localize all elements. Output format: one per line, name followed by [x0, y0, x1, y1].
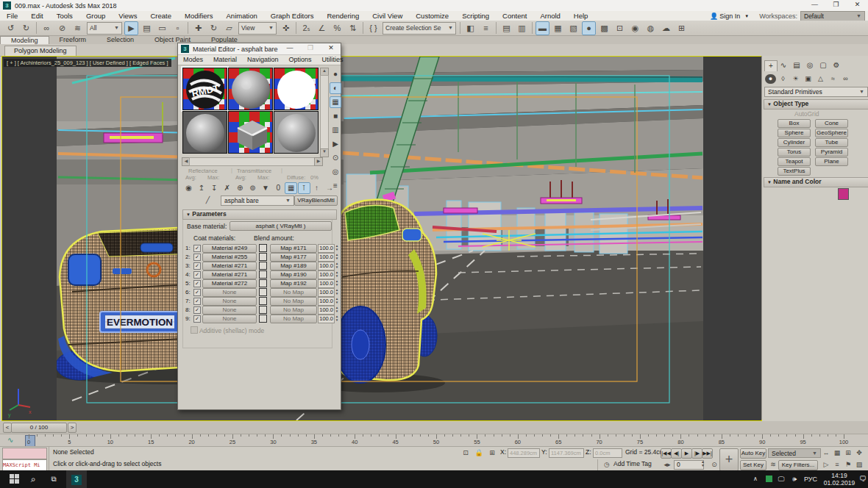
object-button-sphere[interactable]: Sphere — [778, 129, 811, 137]
object-color-swatch[interactable] — [838, 188, 849, 200]
notification-center-icon[interactable]: 🗨 — [853, 470, 868, 488]
object-button-teapot[interactable]: Teapot — [778, 157, 811, 166]
blend-amount-field[interactable]: 100.0 — [318, 244, 335, 253]
grid-layout-icon[interactable]: ⊞ — [843, 448, 853, 457]
tray-expand-icon[interactable]: ∧ — [750, 470, 761, 488]
cat-cameras[interactable]: ▣ — [803, 74, 814, 84]
material-id-channel-icon[interactable]: 0 — [272, 182, 285, 194]
blend-map-button[interactable]: Map #192 — [270, 279, 317, 288]
material-editor-options-icon[interactable]: ⊙ — [330, 152, 341, 164]
name-color-rollout[interactable]: ▼ Name and Color — [764, 177, 868, 187]
blend-amount-field[interactable]: 100.0 — [318, 279, 335, 288]
key-mode-toggle-icon[interactable]: ⊙ — [709, 460, 719, 469]
x-coordinate-field[interactable]: 448.289cm — [508, 448, 540, 458]
coat-enable-checkbox[interactable]: ✓ — [193, 280, 201, 287]
coat-material-button[interactable]: Material #249 — [202, 244, 257, 253]
cat-shapes[interactable]: ◊ — [778, 74, 789, 84]
select-by-name-icon[interactable]: ▤ — [140, 21, 154, 35]
ribbon-toggle-icon[interactable]: ▬ — [536, 21, 549, 35]
material-slot-gray-sphere-light[interactable] — [274, 111, 319, 154]
coat-blend-checkbox[interactable] — [259, 244, 267, 252]
blend-amount-spinner[interactable]: ▲▼ — [335, 253, 339, 260]
sample-type-icon[interactable]: ● — [330, 68, 341, 80]
selection-lock-toggle[interactable]: 🔒 — [474, 448, 484, 457]
frame-step-icon[interactable]: ◂▸ — [662, 460, 672, 469]
task-view-button[interactable]: ⧉ — [44, 470, 63, 488]
rendered-frame-window-icon[interactable]: ⊡ — [613, 21, 627, 35]
blend-amount-spinner[interactable]: ▲▼ — [335, 262, 339, 269]
mini-curve-layout-icon[interactable]: ▦ — [832, 448, 842, 457]
coat-material-button[interactable]: Material #255 — [202, 253, 257, 262]
material-editor-titlebar[interactable]: 3 Material Editor - asphalt bare — ❐ ✕ — [178, 43, 341, 55]
go-to-end-button[interactable]: ▶▶| — [702, 448, 713, 459]
blend-amount-field[interactable]: 100.0 — [318, 270, 335, 279]
render-in-cloud-icon[interactable]: ☁ — [659, 21, 673, 35]
previous-frame-button[interactable]: ◀| — [671, 448, 682, 459]
list-icon[interactable]: ≡ — [832, 460, 842, 469]
coat-enable-checkbox[interactable]: ✓ — [193, 315, 201, 323]
blend-amount-spinner[interactable]: ▲▼ — [335, 315, 339, 322]
angle-snap-icon[interactable]: ∠ — [315, 21, 329, 35]
get-material-icon[interactable]: ◉ — [182, 182, 195, 194]
layer-manager-icon[interactable]: ▤ — [499, 21, 513, 35]
key-selection-dropdown[interactable]: Selected▼ — [768, 448, 821, 458]
go-forward-to-sibling-icon[interactable]: → — [323, 182, 335, 194]
minimize-button[interactable]: — — [804, 0, 825, 11]
slots-scroll-right[interactable]: ▶ — [314, 157, 323, 166]
menu-create[interactable]: Create — [143, 11, 178, 21]
make-material-copy-icon[interactable]: ⊕ — [234, 182, 246, 194]
blend-amount-field[interactable]: 100.0 — [318, 297, 335, 306]
menu-customize[interactable]: Customize — [409, 11, 455, 21]
object-button-textplus[interactable]: TextPlus — [778, 167, 811, 176]
select-and-link-icon[interactable]: ∞ — [40, 21, 54, 35]
coat-blend-checkbox[interactable] — [259, 288, 267, 296]
snaps-toggle-icon[interactable]: 2ₛ — [299, 21, 313, 35]
blend-map-button[interactable]: No Map — [270, 306, 317, 315]
me-menu-utilities[interactable]: Utilities — [317, 55, 349, 65]
coat-material-button[interactable]: Material #272 — [202, 279, 257, 288]
cat-systems[interactable]: ∞ — [840, 74, 851, 84]
y-coordinate-field[interactable]: 1147.369cm — [549, 448, 584, 458]
blend-amount-spinner[interactable]: ▲▼ — [335, 288, 339, 295]
coat-enable-checkbox[interactable]: ✓ — [193, 254, 201, 261]
network-icon[interactable]: 🖵 — [775, 470, 787, 488]
blend-map-button[interactable]: No Map — [270, 288, 317, 297]
object-type-rollout[interactable]: ▼ Object Type — [764, 99, 868, 110]
selection-filter-dropdown[interactable]: All▼ — [87, 22, 122, 35]
blend-map-button[interactable]: No Map — [270, 315, 317, 323]
parameters-rollout[interactable]: ▼ Parameters — [182, 209, 337, 220]
me-close-button[interactable]: ✕ — [323, 43, 339, 54]
blend-amount-spinner[interactable]: ▲▼ — [335, 270, 339, 278]
coat-material-button[interactable]: Material #271 — [202, 270, 257, 279]
material-slot-white-flat-sphere[interactable] — [274, 68, 319, 110]
object-button-cylinder[interactable]: Cylinder — [778, 138, 811, 147]
menu-arnold[interactable]: Arnold — [533, 11, 566, 21]
tab-polygon-modeling[interactable]: Polygon Modeling — [4, 46, 77, 56]
menu-civil-view[interactable]: Civil View — [366, 11, 409, 21]
menu-views[interactable]: Views — [112, 11, 143, 21]
material-slot-gray-bump-sphere[interactable] — [228, 68, 273, 110]
coat-blend-checkbox[interactable] — [259, 253, 267, 261]
slots-scrollbar[interactable] — [320, 75, 329, 150]
window-crossing-icon[interactable]: ▫ — [171, 21, 185, 35]
cat-lights[interactable]: ☀ — [790, 74, 801, 84]
play-button[interactable]: ▶ — [681, 448, 692, 459]
reset-map-icon[interactable]: ✗ — [221, 182, 233, 194]
rectangular-selection-region-icon[interactable]: ▭ — [155, 21, 169, 35]
coat-material-button[interactable]: Material #271 — [202, 262, 257, 270]
sample-uv-tiling-icon[interactable]: ■ — [330, 110, 341, 122]
put-to-library-icon[interactable]: ▼ — [259, 182, 271, 194]
cat-helpers[interactable]: △ — [815, 74, 826, 84]
coat-material-button[interactable]: None — [202, 288, 257, 297]
blend-map-button[interactable]: Map #171 — [270, 244, 317, 253]
object-button-pyramid[interactable]: Pyramid — [815, 148, 848, 157]
menu-modifiers[interactable]: Modifiers — [178, 11, 220, 21]
isolate-selection-toggle[interactable]: ⊡ — [460, 448, 471, 457]
coat-blend-checkbox[interactable] — [259, 315, 267, 323]
select-and-scale-icon[interactable]: ▱ — [222, 21, 236, 35]
coat-enable-checkbox[interactable]: ✓ — [193, 271, 201, 279]
ribbon-tab-freeform[interactable]: Freeform — [49, 36, 97, 44]
tab-utilities[interactable]: ⚙ — [830, 60, 842, 71]
tab-motion[interactable]: ◎ — [804, 60, 816, 71]
me-menu-navigation[interactable]: Navigation — [242, 55, 284, 65]
